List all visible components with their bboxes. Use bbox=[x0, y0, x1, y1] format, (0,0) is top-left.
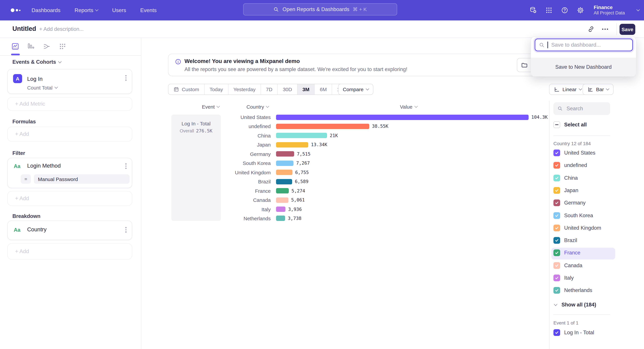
bar-row-netherlands[interactable]: Netherlands3,738 bbox=[172, 214, 549, 223]
filter-operator[interactable]: = bbox=[21, 174, 31, 184]
country-row-united-kingdom[interactable]: United Kingdom bbox=[554, 225, 601, 231]
bar[interactable] bbox=[276, 133, 327, 138]
mixpanel-logo-icon[interactable] bbox=[11, 8, 22, 13]
country-checkbox[interactable] bbox=[554, 275, 560, 281]
select-all-row[interactable]: Select all bbox=[554, 121, 587, 128]
bar[interactable] bbox=[276, 142, 308, 147]
add-filter-button[interactable]: + Add bbox=[8, 191, 132, 206]
help-icon[interactable] bbox=[561, 6, 568, 14]
nav-item-reports[interactable]: Reports bbox=[75, 7, 98, 13]
tab-insights-line-chart-icon[interactable] bbox=[11, 42, 20, 51]
bar[interactable] bbox=[276, 188, 289, 193]
nav-item-users[interactable]: Users bbox=[112, 7, 126, 13]
country-checkbox[interactable] bbox=[554, 250, 560, 256]
bar[interactable] bbox=[276, 197, 288, 203]
metric-kebab-icon[interactable] bbox=[125, 75, 126, 81]
metric-name[interactable]: Log In bbox=[27, 76, 42, 82]
country-checkbox[interactable] bbox=[554, 150, 560, 156]
nav-item-events[interactable]: Events bbox=[140, 7, 157, 13]
column-header-value[interactable]: Value bbox=[388, 104, 429, 110]
compare-button[interactable]: Compare bbox=[338, 84, 373, 95]
bar-row-germany[interactable]: Germany7,515 bbox=[172, 150, 549, 159]
country-row-south-korea[interactable]: South Korea bbox=[554, 212, 593, 219]
bar-row-france[interactable]: France5,274 bbox=[172, 186, 549, 195]
add-formula-button[interactable]: + Add bbox=[8, 127, 132, 141]
country-checkbox[interactable] bbox=[554, 174, 560, 181]
bar-row-south-korea[interactable]: South Korea7,267 bbox=[172, 159, 549, 168]
tab-flows-icon[interactable] bbox=[42, 42, 51, 51]
copy-link-icon[interactable] bbox=[587, 25, 595, 33]
bar-row-brazil[interactable]: Brazil6,589 bbox=[172, 177, 549, 186]
events-section-label[interactable]: Events & Cohorts bbox=[12, 59, 61, 65]
country-checkbox[interactable] bbox=[554, 262, 560, 269]
project-switcher[interactable]: Finance All Project Data bbox=[594, 4, 625, 16]
range-6m[interactable]: 6M bbox=[315, 84, 332, 94]
filter-kebab-icon[interactable] bbox=[125, 163, 126, 169]
bar-row-china[interactable]: China21K bbox=[172, 131, 549, 140]
bar[interactable] bbox=[276, 170, 292, 175]
event-checkbox[interactable] bbox=[554, 329, 560, 336]
apps-grid-icon[interactable] bbox=[545, 6, 553, 14]
range-yesterday[interactable]: Yesterday bbox=[228, 84, 261, 94]
country-row-undefined[interactable]: undefined bbox=[554, 162, 587, 169]
country-row-united-states[interactable]: United States bbox=[554, 150, 595, 156]
country-row-brazil[interactable]: Brazil bbox=[554, 237, 577, 244]
filter-property-name[interactable]: Login Method bbox=[27, 163, 61, 169]
country-row-canada[interactable]: Canada bbox=[554, 262, 582, 269]
bar-row-united-states[interactable]: United States104.3K bbox=[172, 113, 549, 122]
country-row-netherlands[interactable]: Netherlands bbox=[554, 287, 592, 294]
save-dashboard-search[interactable] bbox=[535, 38, 633, 51]
report-title[interactable]: Untitled bbox=[12, 25, 36, 32]
range-7d[interactable]: 7D bbox=[261, 84, 278, 94]
bar-row-canada[interactable]: Canada5,061 bbox=[172, 195, 549, 205]
country-row-france[interactable]: France bbox=[554, 250, 580, 256]
add-breakdown-button[interactable]: + Add bbox=[8, 243, 132, 260]
select-all-checkbox[interactable] bbox=[554, 121, 560, 128]
bar[interactable] bbox=[276, 151, 294, 157]
country-row-italy[interactable]: Italy bbox=[554, 275, 574, 281]
range-3m[interactable]: 3M bbox=[297, 84, 315, 94]
show-all-toggle[interactable]: Show all (184) bbox=[554, 302, 596, 308]
bar-row-undefined[interactable]: undefined38.55K bbox=[172, 122, 549, 131]
bar[interactable] bbox=[276, 161, 294, 166]
filter-card[interactable]: Aa Login Method = Manual Password bbox=[8, 158, 132, 188]
more-options-icon[interactable] bbox=[601, 25, 609, 33]
range-custom[interactable]: Custom bbox=[168, 84, 204, 94]
bar[interactable] bbox=[276, 114, 528, 120]
chart-type-selector[interactable]: Bar bbox=[582, 84, 614, 95]
country-checkbox[interactable] bbox=[554, 187, 560, 194]
breakdown-card[interactable]: Aa Country bbox=[8, 221, 132, 240]
scale-selector[interactable]: Linear bbox=[549, 84, 586, 95]
column-header-country[interactable]: Country bbox=[238, 104, 278, 110]
country-checkbox[interactable] bbox=[554, 237, 560, 244]
country-checkbox[interactable] bbox=[554, 212, 560, 219]
bar-row-italy[interactable]: Italy3,936 bbox=[172, 205, 549, 214]
country-checkbox[interactable] bbox=[554, 225, 560, 231]
nav-item-dashboards[interactable]: Dashboards bbox=[32, 7, 60, 13]
add-metric-button[interactable]: + Add Metric bbox=[8, 97, 132, 111]
bar[interactable] bbox=[276, 207, 286, 212]
event-checkbox-row[interactable]: Log In - Total bbox=[554, 329, 594, 336]
filter-value[interactable]: Manual Password bbox=[34, 174, 130, 184]
country-row-china[interactable]: China bbox=[554, 174, 578, 181]
country-checkbox[interactable] bbox=[554, 162, 560, 169]
country-row-germany[interactable]: Germany bbox=[554, 199, 586, 206]
metric-aggregation[interactable]: Count Total bbox=[27, 85, 57, 90]
bar[interactable] bbox=[276, 124, 369, 129]
breakdown-property-name[interactable]: Country bbox=[27, 226, 46, 233]
save-dashboard-input[interactable] bbox=[550, 41, 628, 48]
bar-row-japan[interactable]: Japan13.34K bbox=[172, 140, 549, 149]
save-button[interactable]: Save bbox=[620, 24, 635, 35]
country-row-japan[interactable]: Japan bbox=[554, 187, 578, 194]
settings-gear-icon[interactable] bbox=[576, 6, 584, 14]
global-search-button[interactable]: Open Reports & Dashboards ⌘ + K bbox=[243, 3, 397, 15]
metric-card[interactable]: A Log In Count Total bbox=[8, 69, 132, 94]
tab-retention-icon[interactable] bbox=[58, 42, 67, 51]
country-checkbox[interactable] bbox=[554, 287, 560, 294]
panel-search-input[interactable] bbox=[566, 105, 603, 112]
project-chevron-down-icon[interactable] bbox=[636, 8, 640, 11]
bar[interactable] bbox=[276, 179, 292, 184]
tab-bar-chart-icon[interactable] bbox=[27, 42, 35, 51]
report-description-placeholder[interactable]: + Add description... bbox=[39, 26, 84, 32]
country-checkbox[interactable] bbox=[554, 199, 560, 206]
